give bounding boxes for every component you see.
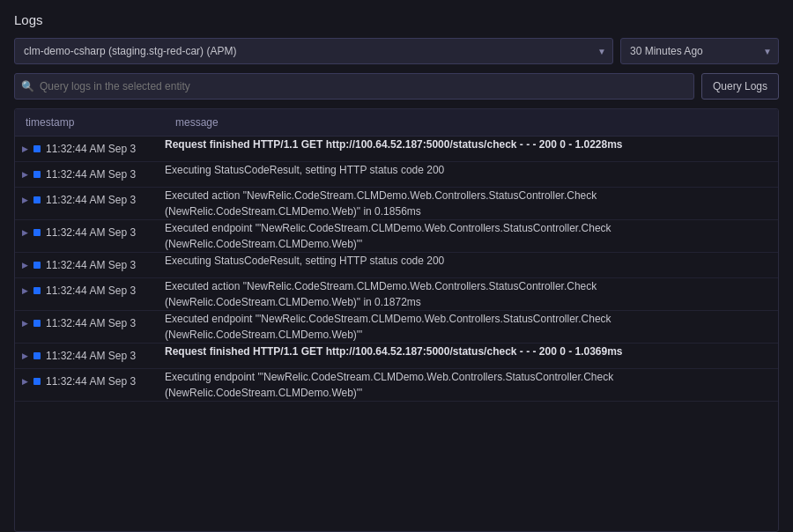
table-row[interactable]: ▶11:32:44 AM Sep 3Request finished HTTP/…: [15, 137, 778, 162]
log-message: Executing StatusCodeResult, setting HTTP…: [165, 162, 778, 188]
log-timestamp: 11:32:44 AM Sep 3: [46, 317, 136, 329]
logs-table: timestamp message ▶11:32:44 AM Sep 3Requ…: [15, 109, 778, 402]
log-message: Executed action "NewRelic.CodeStream.CLM…: [165, 188, 778, 220]
log-message: Request finished HTTP/1.1 GET http://100…: [165, 344, 778, 369]
log-timestamp: 11:32:44 AM Sep 3: [46, 284, 136, 297]
table-row[interactable]: ▶11:32:44 AM Sep 3Executed action "NewRe…: [15, 278, 778, 311]
log-timestamp: 11:32:44 AM Sep 3: [46, 168, 136, 181]
logs-table-container: timestamp message ▶11:32:44 AM Sep 3Requ…: [14, 108, 779, 532]
app-container: Logs clm-demo-csharp (staging.stg-red-ca…: [0, 0, 793, 532]
log-message: Executing StatusCodeResult, setting HTTP…: [165, 253, 778, 278]
table-row[interactable]: ▶11:32:44 AM Sep 3Request finished HTTP/…: [15, 344, 778, 369]
log-level-indicator: [33, 320, 41, 327]
expand-icon[interactable]: ▶: [22, 351, 28, 360]
log-level-indicator: [33, 196, 41, 203]
entity-select[interactable]: clm-demo-csharp (staging.stg-red-car) (A…: [14, 38, 613, 64]
log-message: Executing endpoint '"NewRelic.CodeStream…: [165, 369, 778, 402]
log-message: Request finished HTTP/1.1 GET http://100…: [165, 137, 778, 162]
expand-icon[interactable]: ▶: [22, 144, 28, 153]
log-timestamp: 11:32:44 AM Sep 3: [46, 226, 136, 239]
log-timestamp: 11:32:44 AM Sep 3: [46, 375, 136, 388]
expand-icon[interactable]: ▶: [22, 196, 28, 204]
log-level-indicator: [33, 352, 41, 359]
time-select[interactable]: 30 Minutes Ago 1 Hour Ago 3 Hours Ago 1 …: [620, 38, 779, 64]
search-row: 🔍 Query Logs: [14, 73, 779, 100]
search-icon: 🔍: [21, 80, 34, 92]
expand-icon[interactable]: ▶: [22, 170, 28, 179]
table-row[interactable]: ▶11:32:44 AM Sep 3Executed action "NewRe…: [15, 188, 778, 220]
log-level-indicator: [33, 229, 41, 236]
table-row[interactable]: ▶11:32:44 AM Sep 3Executing StatusCodeRe…: [15, 253, 778, 278]
log-level-indicator: [33, 171, 41, 178]
table-row[interactable]: ▶11:32:44 AM Sep 3Executing endpoint '"N…: [15, 369, 778, 402]
expand-icon[interactable]: ▶: [22, 261, 28, 270]
query-logs-button[interactable]: Query Logs: [701, 73, 779, 100]
expand-icon[interactable]: ▶: [22, 228, 28, 237]
expand-icon[interactable]: ▶: [22, 286, 28, 295]
log-message: Executed action "NewRelic.CodeStream.CLM…: [165, 278, 778, 311]
log-level-indicator: [33, 287, 41, 294]
log-level-indicator: [33, 145, 41, 152]
log-timestamp: 11:32:44 AM Sep 3: [46, 259, 136, 271]
entity-select-wrapper: clm-demo-csharp (staging.stg-red-car) (A…: [14, 38, 613, 64]
expand-icon[interactable]: ▶: [22, 377, 28, 386]
expand-icon[interactable]: ▶: [22, 319, 28, 328]
table-row[interactable]: ▶11:32:44 AM Sep 3Executed endpoint '"Ne…: [15, 220, 778, 253]
time-select-wrapper: 30 Minutes Ago 1 Hour Ago 3 Hours Ago 1 …: [620, 38, 779, 64]
log-level-indicator: [33, 378, 41, 385]
col-header-message: message: [165, 109, 778, 137]
log-timestamp: 11:32:44 AM Sep 3: [46, 350, 136, 362]
search-input[interactable]: [14, 73, 694, 100]
table-row[interactable]: ▶11:32:44 AM Sep 3Executed endpoint '"Ne…: [15, 311, 778, 344]
log-timestamp: 11:32:44 AM Sep 3: [46, 194, 136, 206]
toolbar-row: clm-demo-csharp (staging.stg-red-car) (A…: [14, 38, 779, 64]
page-title: Logs: [14, 12, 779, 27]
log-message: Executed endpoint '"NewRelic.CodeStream.…: [165, 311, 778, 344]
search-input-wrapper: 🔍: [14, 73, 694, 100]
log-level-indicator: [33, 262, 41, 269]
log-timestamp: 11:32:44 AM Sep 3: [46, 143, 136, 155]
table-row[interactable]: ▶11:32:44 AM Sep 3Executing StatusCodeRe…: [15, 162, 778, 188]
col-header-timestamp: timestamp: [15, 109, 165, 137]
log-message: Executed endpoint '"NewRelic.CodeStream.…: [165, 220, 778, 253]
